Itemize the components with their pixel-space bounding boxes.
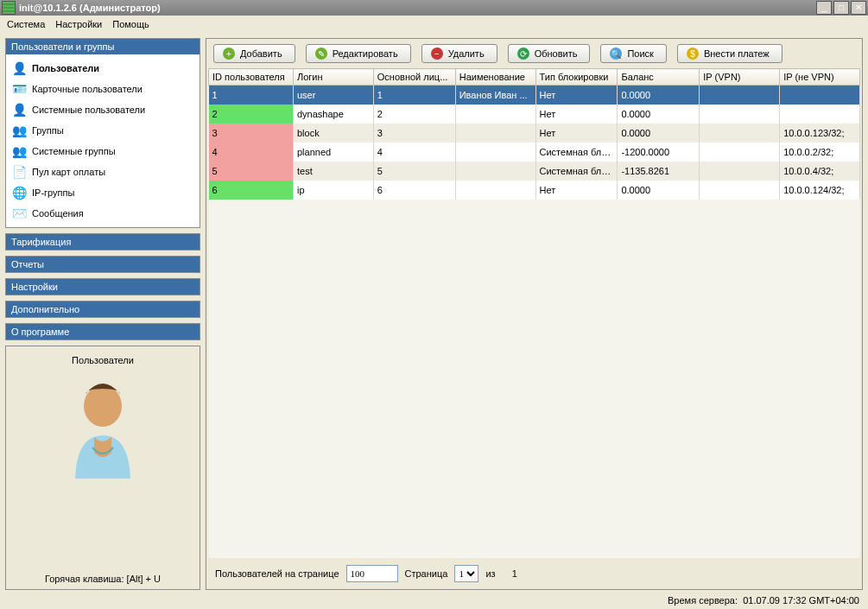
cell: Нет [535,86,618,105]
nav-header-users-groups[interactable]: Пользователи и группы [6,39,200,54]
title-bar: init@10.1.2.6 (Администратор) _ □ ✕ [0,0,868,16]
status-bar: Время сервера: 01.07.09 17:32 GMT+04:00 [0,592,868,609]
table-row[interactable]: 2dynashape2Нет0.0000 [209,105,860,124]
table-row[interactable]: 6ip6Нет0.000010.0.0.124/32; [209,181,860,200]
sidebar-item-3[interactable]: 👥Группы [8,120,198,141]
edit-button[interactable]: ✎ Редактировать [306,44,411,63]
maximize-button[interactable]: □ [833,1,849,15]
cell: 4 [209,143,294,162]
cell [455,124,535,143]
sidebar: Пользователи и группы 👤Пользователи🪪Карт… [5,38,200,590]
cell [780,86,860,105]
table-row[interactable]: 4planned4Системная блок...-1200.000010.0… [209,143,860,162]
app-icon [2,1,16,15]
add-button[interactable]: + Добавить [213,44,295,63]
cell: block [293,124,373,143]
menu-system[interactable]: Система [7,19,45,29]
info-title: Пользователи [72,355,134,365]
pager-of-label: из [485,568,495,579]
col-header-7[interactable]: IP (не VPN) [780,69,860,86]
cell: 2 [209,105,294,124]
cell: 3 [209,124,294,143]
cell: 5 [209,162,294,181]
cell: ip [293,181,373,200]
col-header-1[interactable]: Логин [293,69,373,86]
table-row[interactable]: 5test5Системная блок...-1135.826110.0.0.… [209,162,860,181]
server-time-value: 01.07.09 17:32 GMT+04:00 [743,595,859,606]
col-header-4[interactable]: Тип блокировки [535,69,618,86]
sidebar-item-2[interactable]: 👤Системные пользователи [8,99,198,120]
cell: -1200.0000 [618,143,700,162]
table-row[interactable]: 1user1Иванов Иван ...Нет0.0000 [209,86,860,105]
cell: 10.0.0.2/32; [780,143,860,162]
sidebar-item-7[interactable]: ✉️Сообщения [8,203,198,224]
pager-page-label: Страница [405,568,448,579]
cell [700,86,780,105]
cell [700,162,780,181]
info-panel: Пользователи Горячая клавиша: [Alt] + U [5,346,200,590]
cell [455,143,535,162]
nav-icon: 🌐 [11,185,27,200]
cell: 0.0000 [618,181,700,200]
col-header-5[interactable]: Баланс [618,69,700,86]
nav-group-users: Пользователи и группы 👤Пользователи🪪Карт… [5,38,200,228]
delete-button[interactable]: − Удалить [421,44,497,63]
add-label: Добавить [240,48,282,59]
nav-header-0[interactable]: Тарификация [5,233,200,251]
info-hotkey: Горячая клавиша: [Alt] + U [45,574,161,584]
nav-label: IP-группы [32,187,74,198]
pager-perpage-label: Пользователей на странице [215,568,339,579]
cell: 6 [209,181,294,200]
sidebar-item-6[interactable]: 🌐IP-группы [8,182,198,203]
cell: Нет [535,181,618,200]
cell: Нет [535,124,618,143]
col-header-3[interactable]: Наименование [455,69,535,86]
nav-label: Карточные пользователи [32,84,143,94]
minimize-button[interactable]: _ [816,1,832,15]
sidebar-item-1[interactable]: 🪪Карточные пользователи [8,79,198,99]
menu-help[interactable]: Помощь [112,19,149,29]
cell [700,124,780,143]
cell [455,105,535,124]
cell: 0.0000 [618,105,700,124]
table-row[interactable]: 3block3Нет0.000010.0.0.123/32; [209,124,860,143]
refresh-button[interactable]: ⟳ Обновить [508,44,591,63]
users-table-container[interactable]: ID пользователяЛогинОсновной лиц...Наиме… [208,68,860,558]
cell [700,105,780,124]
users-table: ID пользователяЛогинОсновной лиц...Наиме… [208,68,860,200]
search-button[interactable]: 🔍 Поиск [600,44,666,63]
cell: 3 [373,124,455,143]
nav-header-1[interactable]: Отчеты [5,256,200,273]
cell: 0.0000 [618,124,700,143]
cell: 10.0.0.123/32; [780,124,860,143]
nav-header-3[interactable]: Дополнительно [5,301,200,318]
main-panel: + Добавить ✎ Редактировать − Удалить ⟳ О… [206,38,863,590]
nav-icon: 🪪 [11,81,27,97]
nav-label: Группы [32,125,64,136]
close-button[interactable]: ✕ [851,1,866,15]
per-page-input[interactable] [346,565,398,582]
cell: -1135.8261 [618,162,700,181]
coin-icon: $ [687,48,699,60]
col-header-6[interactable]: IP (VPN) [700,69,780,86]
sidebar-item-0[interactable]: 👤Пользователи [8,58,198,79]
nav-header-2[interactable]: Настройки [5,278,200,295]
col-header-0[interactable]: ID пользователя [209,69,294,86]
sidebar-item-4[interactable]: 👥Системные группы [8,141,198,162]
pager-total: 1 [512,568,517,579]
nav-icon: 👤 [11,102,27,117]
menu-settings[interactable]: Настройки [55,19,102,29]
pay-button[interactable]: $ Внести платеж [677,44,782,63]
sidebar-item-5[interactable]: 📄Пул карт оплаты [8,162,198,182]
page-select[interactable]: 1 [454,565,478,582]
cell: 2 [373,105,455,124]
svg-point-0 [84,385,122,427]
cell: 10.0.0.124/32; [780,181,860,200]
cell: 0.0000 [618,86,700,105]
cell: 1 [373,86,455,105]
col-header-2[interactable]: Основной лиц... [373,69,455,86]
cell: dynashape [293,105,373,124]
cell [455,162,535,181]
delete-label: Удалить [448,48,485,59]
nav-header-4[interactable]: О программе [5,323,200,340]
